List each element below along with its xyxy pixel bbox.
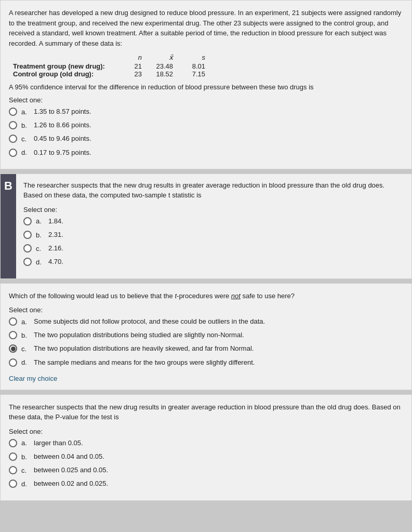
options-list-a: a. 1.35 to 8.57 points. b. 1.26 to 8.66 … <box>9 107 403 157</box>
radio-d-a[interactable] <box>9 439 17 447</box>
select-one-label-a: Select one: <box>9 96 403 104</box>
option-text-a-d: 0.17 to 9.75 points. <box>34 148 91 157</box>
radio-d-b[interactable] <box>9 453 17 461</box>
question-a: A researcher has developed a new drug de… <box>0 0 412 169</box>
select-one-label-c: Select one: <box>9 306 403 314</box>
question-c: Which of the following would lead us to … <box>0 283 412 390</box>
option-text-b-a: 1.84. <box>48 217 63 226</box>
radio-c-c-fill <box>11 347 16 351</box>
options-list-b: a. 1.84. b. 2.31. c. 2.16. d. 4.70. <box>23 217 404 267</box>
option-letter-a-d: d. <box>21 149 30 156</box>
option-d-c[interactable]: c. between 0.025 and 0.05. <box>9 466 403 475</box>
radio-a-d[interactable] <box>9 149 17 157</box>
table-row-control: Control group (old drug): 23 18.52 7.15 <box>13 70 403 78</box>
option-text-a-c: 0.45 to 9.46 points. <box>34 134 91 143</box>
option-letter-d-c: c. <box>21 467 30 474</box>
option-a-b[interactable]: b. 1.26 to 8.66 points. <box>9 121 403 130</box>
option-letter-c-d: d. <box>21 358 30 366</box>
radio-a-a[interactable] <box>9 108 17 116</box>
treatment-mean: 23.48 <box>148 62 179 70</box>
option-letter-b-c: c. <box>36 245 44 252</box>
question-b: B The researcher suspects that the new d… <box>0 174 412 279</box>
control-n: 23 <box>122 70 148 78</box>
option-d-d[interactable]: d. between 0.02 and 0.025. <box>9 479 403 488</box>
option-letter-c-b: b. <box>21 331 30 339</box>
radio-a-b[interactable] <box>9 121 17 129</box>
col-header-label <box>13 54 122 61</box>
option-text-a-a: 1.35 to 8.57 points. <box>34 107 91 116</box>
option-text-b-c: 2.16. <box>48 244 63 253</box>
select-one-label-d: Select one: <box>9 428 403 435</box>
option-text-c-d: The sample medians and means for the two… <box>34 358 255 367</box>
col-header-mean: x̄ <box>148 54 179 61</box>
option-c-d[interactable]: d. The sample medians and means for the … <box>9 358 403 367</box>
treatment-n: 21 <box>122 62 148 70</box>
control-mean: 18.52 <box>148 70 179 78</box>
option-text-c-a: Some subjects did not follow protocol, a… <box>34 317 265 326</box>
option-text-b-d: 4.70. <box>48 257 63 267</box>
option-letter-c-c: c. <box>21 345 30 353</box>
question-b-letter: B <box>1 174 16 278</box>
option-letter-a-a: a. <box>21 108 30 116</box>
option-letter-b-a: a. <box>36 217 44 225</box>
table-row-treatment: Treatment group (new drug): 21 23.48 8.0… <box>13 62 403 70</box>
option-letter-b-d: d. <box>36 258 44 266</box>
option-letter-d-b: b. <box>21 453 30 461</box>
radio-d-d[interactable] <box>9 480 17 488</box>
option-d-b[interactable]: b. between 0.04 and 0.05. <box>9 452 403 461</box>
data-table: n x̄ s Treatment group (new drug): 21 23… <box>13 54 403 78</box>
radio-c-c[interactable] <box>9 344 17 353</box>
option-text-a-b: 1.26 to 8.66 points. <box>34 121 91 130</box>
option-text-d-d: between 0.02 and 0.025. <box>34 479 108 488</box>
options-list-c: a. Some subjects did not follow protocol… <box>9 317 403 367</box>
question-b-intro: The researcher suspects that the new dru… <box>23 180 404 201</box>
radio-b-a[interactable] <box>23 217 32 225</box>
option-letter-a-c: c. <box>21 135 30 143</box>
radio-b-d[interactable] <box>23 258 32 266</box>
option-c-a[interactable]: a. Some subjects did not follow protocol… <box>9 317 403 326</box>
option-letter-d-a: a. <box>21 439 30 447</box>
question-b-content: The researcher suspects that the new dru… <box>16 174 411 278</box>
options-list-d: a. larger than 0.05. b. between 0.04 and… <box>9 438 403 489</box>
radio-c-d[interactable] <box>9 358 17 367</box>
select-one-label-b: Select one: <box>23 206 404 214</box>
option-c-b[interactable]: b. The two population distributions bein… <box>9 330 403 340</box>
col-header-s: s <box>179 54 205 61</box>
radio-b-c[interactable] <box>23 244 32 252</box>
option-text-d-b: between 0.04 and 0.05. <box>34 452 104 461</box>
option-text-d-a: larger than 0.05. <box>34 438 83 448</box>
radio-d-c[interactable] <box>9 466 17 474</box>
option-letter-c-a: a. <box>21 318 30 326</box>
option-letter-b-b: b. <box>36 231 44 239</box>
clear-choice-link-c[interactable]: Clear my choice <box>9 375 57 382</box>
option-b-c[interactable]: c. 2.16. <box>23 244 404 253</box>
control-label: Control group (old drug): <box>13 70 122 78</box>
option-b-d[interactable]: d. 4.70. <box>23 257 404 267</box>
option-c-c[interactable]: c. The two population distributions are … <box>9 344 403 353</box>
question-a-intro: A researcher has developed a new drug de… <box>9 8 403 48</box>
treatment-s: 8.01 <box>179 62 205 70</box>
option-a-d[interactable]: d. 0.17 to 9.75 points. <box>9 148 403 157</box>
option-text-b-b: 2.31. <box>48 230 63 240</box>
option-letter-a-b: b. <box>21 122 30 129</box>
radio-c-b[interactable] <box>9 331 17 339</box>
option-a-a[interactable]: a. 1.35 to 8.57 points. <box>9 107 403 116</box>
control-s: 7.15 <box>179 70 205 78</box>
question-c-intro: Which of the following would lead us to … <box>9 291 403 301</box>
ci-question-text: A 95% confidence interval for the differ… <box>9 83 403 91</box>
option-text-c-c: The two population distributions are hea… <box>34 344 254 353</box>
radio-b-b[interactable] <box>23 231 32 239</box>
option-b-b[interactable]: b. 2.31. <box>23 230 404 240</box>
option-a-c[interactable]: c. 0.45 to 9.46 points. <box>9 134 403 143</box>
option-text-d-c: between 0.025 and 0.05. <box>34 466 108 475</box>
option-b-a[interactable]: a. 1.84. <box>23 217 404 226</box>
radio-c-a[interactable] <box>9 317 17 326</box>
option-d-a[interactable]: a. larger than 0.05. <box>9 438 403 448</box>
question-d-intro: The researcher suspects that the new dru… <box>9 402 403 422</box>
question-d: The researcher suspects that the new dru… <box>0 394 412 501</box>
option-text-c-b: The two population distributions being s… <box>34 330 244 340</box>
col-header-n: n <box>122 54 148 61</box>
radio-a-c[interactable] <box>9 135 17 143</box>
treatment-label: Treatment group (new drug): <box>13 62 122 70</box>
option-letter-d-d: d. <box>21 480 30 488</box>
